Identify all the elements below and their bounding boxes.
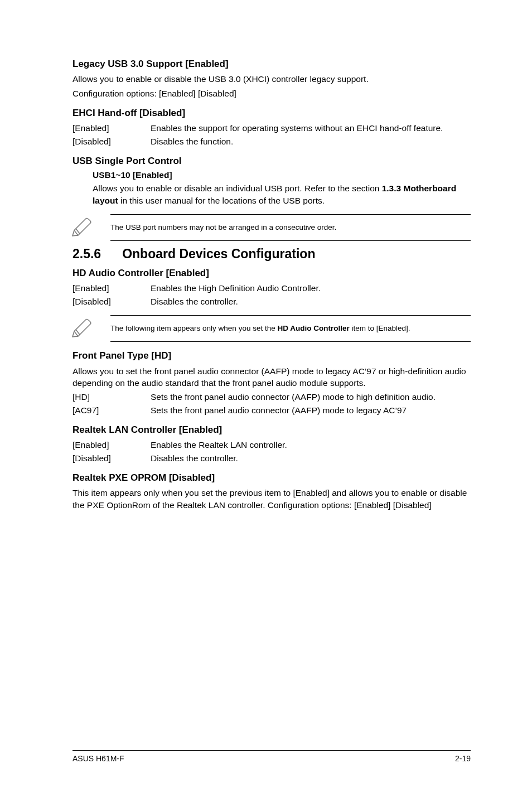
option-row: [AC97] Sets the front panel audio connec… [72, 404, 471, 416]
note-text: The following item appears only when you… [110, 315, 471, 342]
pencil-icon [69, 317, 94, 340]
note-block: The USB port numbers may not be arranged… [72, 214, 471, 241]
body-text: This item appears only when you set the … [72, 487, 471, 511]
heading-front-panel: Front Panel Type [HD] [72, 350, 471, 361]
note-text: The USB port numbers may not be arranged… [110, 214, 471, 241]
page-footer: ASUS H61M-F 2-19 [72, 750, 471, 763]
heading-realtek-lan: Realtek LAN Controller [Enabled] [72, 424, 471, 436]
text-bold: HD Audio Controller [277, 324, 349, 332]
heading-hd-audio: HD Audio Controller [Enabled] [72, 267, 471, 279]
option-row: [Disabled] Disables the controller. [72, 452, 471, 464]
option-row: [Enabled] Enables the High Definition Au… [72, 282, 471, 294]
text-span: in this user manual for the locations of… [118, 196, 325, 205]
text-span: Allows you to enable or disable an indiv… [93, 183, 382, 193]
footer-page-number: 2-19 [455, 754, 471, 763]
section-heading: 2.5.6 Onboard Devices Configuration [72, 247, 471, 262]
option-row: [HD] Sets the front panel audio connecto… [72, 391, 471, 403]
option-text: Disables the function. [151, 136, 471, 147]
option-text: Disables the controller. [151, 296, 471, 307]
option-text: Sets the front panel audio connector (AA… [151, 391, 471, 403]
option-label: [Disabled] [72, 452, 151, 464]
option-label: [Disabled] [72, 136, 151, 147]
pencil-icon [69, 216, 94, 239]
option-label: [Enabled] [72, 439, 151, 451]
option-label: [Disabled] [72, 296, 151, 307]
option-text: Enables the support for operating system… [151, 122, 471, 134]
heading-realtek-pxe: Realtek PXE OPROM [Disabled] [72, 472, 471, 484]
text-span: item to [Enabled]. [350, 324, 410, 332]
heading-usb-single-port: USB Single Port Control [72, 155, 471, 167]
body-text: Configuration options: [Enabled] [Disabl… [72, 88, 471, 99]
option-text: Disables the controller. [151, 452, 471, 464]
option-row: [Enabled] Enables the Realtek LAN contro… [72, 439, 471, 451]
option-label: [HD] [72, 391, 151, 403]
section-title: Onboard Devices Configuration [122, 247, 315, 262]
option-row: [Enabled] Enables the support for operat… [72, 122, 471, 134]
footer-left: ASUS H61M-F [72, 754, 124, 763]
body-text: Allows you to set the front panel audio … [72, 365, 471, 389]
option-text: Enables the Realtek LAN controller. [151, 439, 471, 451]
heading-legacy-usb: Legacy USB 3.0 Support [Enabled] [72, 58, 471, 70]
option-text: Sets the front panel audio connector (AA… [151, 404, 471, 416]
option-label: [Enabled] [72, 282, 151, 294]
option-row: [Disabled] Disables the function. [72, 136, 471, 147]
section-number: 2.5.6 [72, 247, 101, 262]
option-row: [Disabled] Disables the controller. [72, 296, 471, 307]
option-label: [Enabled] [72, 122, 151, 134]
note-block: The following item appears only when you… [72, 315, 471, 342]
body-text: Allows you to enable or disable an indiv… [93, 182, 471, 206]
sub-heading: USB1~10 [Enabled] [93, 170, 471, 180]
heading-ehci-handoff: EHCI Hand-off [Disabled] [72, 107, 471, 119]
option-label: [AC97] [72, 404, 151, 416]
body-text: Allows you to enable or disable the USB … [72, 73, 471, 85]
sub-section: USB1~10 [Enabled] Allows you to enable o… [93, 170, 471, 206]
text-span: The following item appears only when you… [110, 324, 277, 332]
option-text: Enables the High Definition Audio Contro… [151, 282, 471, 294]
